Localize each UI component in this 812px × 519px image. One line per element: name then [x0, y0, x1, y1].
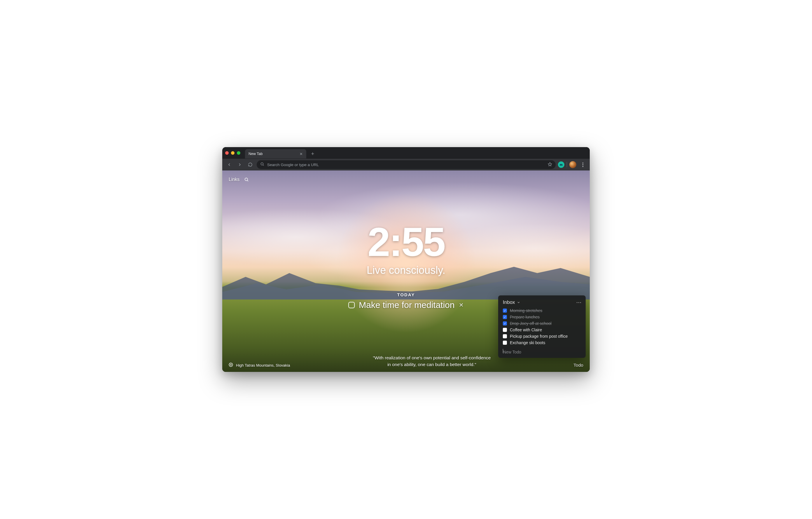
todo-item[interactable]: ✓Drop Joey off at school [503, 321, 581, 326]
todo-item-label: Morning stretches [510, 308, 542, 313]
reload-button[interactable] [246, 161, 254, 169]
address-bar[interactable] [257, 160, 556, 169]
todo-checkbox[interactable]: ✓ [503, 321, 507, 325]
todo-list-title: Inbox [503, 300, 515, 305]
profile-avatar[interactable] [569, 161, 576, 168]
todo-item-label: Coffee with Claire [510, 328, 542, 332]
svg-point-0 [261, 163, 263, 165]
forward-button[interactable] [236, 161, 244, 169]
new-todo-input[interactable] [503, 350, 581, 354]
todo-item[interactable]: Pickup package from post office [503, 334, 581, 338]
todo-list: ✓Morning stretches✓Prepare lunches✓Drop … [503, 308, 581, 345]
quote-line-1: "With realization of one's own potential… [373, 355, 491, 361]
top-nav: Links [229, 177, 249, 182]
focus-section: TODAY Make time for meditation ✕ [348, 292, 463, 310]
quote-line-2: in one's ability, one can build a better… [373, 361, 491, 368]
todo-item-label: Prepare lunches [510, 315, 540, 319]
search-icon [260, 162, 264, 167]
quote[interactable]: "With realization of one's own potential… [373, 355, 491, 368]
extension-avatar[interactable]: m [558, 161, 564, 168]
svg-point-2 [230, 364, 232, 365]
todo-item[interactable]: Coffee with Claire [503, 328, 581, 332]
fullscreen-window-button[interactable] [237, 151, 240, 155]
todo-list-selector[interactable]: Inbox [503, 300, 520, 305]
center-content: 2:55 Live consciously. [367, 222, 445, 276]
todo-item-label: Drop Joey off at school [510, 321, 552, 326]
photo-info[interactable]: High Tatras Mountains, Slovakia [229, 362, 290, 368]
todo-panel: Inbox ✓Morning stretches✓Prepare lunches… [498, 295, 586, 358]
links-button[interactable]: Links [229, 177, 239, 182]
close-window-button[interactable] [225, 151, 229, 155]
focus-label: TODAY [348, 292, 463, 297]
todo-checkbox[interactable] [503, 328, 507, 332]
todo-checkbox[interactable] [503, 334, 507, 338]
browser-menu-button[interactable] [579, 161, 587, 169]
todo-more-button[interactable] [577, 302, 581, 303]
todo-item-label: Pickup package from post office [510, 334, 568, 338]
gear-icon[interactable] [229, 362, 233, 368]
todo-item[interactable]: ✓Morning stretches [503, 308, 581, 313]
browser-toolbar: m [222, 159, 590, 170]
tab-title: New Tab [249, 152, 262, 156]
mantra: Live consciously. [367, 264, 445, 276]
new-tab-button[interactable]: + [309, 150, 317, 158]
todo-checkbox[interactable]: ✓ [503, 308, 507, 312]
bookmark-star-icon[interactable] [548, 162, 552, 168]
todo-toggle[interactable]: Todo [573, 362, 583, 368]
focus-checkbox[interactable] [348, 302, 355, 308]
back-button[interactable] [225, 161, 233, 169]
clock: 2:55 [367, 222, 445, 263]
todo-checkbox[interactable]: ✓ [503, 315, 507, 319]
close-tab-icon[interactable]: ✕ [299, 152, 303, 156]
todo-item[interactable]: ✓Prepare lunches [503, 315, 581, 319]
focus-text[interactable]: Make time for meditation [359, 300, 455, 310]
tab-bar: New Tab ✕ + [222, 147, 590, 159]
browser-tab[interactable]: New Tab ✕ [245, 149, 306, 159]
search-button[interactable] [244, 177, 249, 182]
minimize-window-button[interactable] [231, 151, 234, 155]
photo-location: High Tatras Mountains, Slovakia [236, 363, 290, 367]
new-tab-page: Links 2:55 Live consciously. TODAY Make … [222, 170, 590, 372]
todo-item-label: Exchange ski boots [510, 340, 545, 345]
focus-clear-icon[interactable]: ✕ [459, 302, 464, 308]
svg-point-1 [245, 178, 248, 181]
todo-item[interactable]: Exchange ski boots [503, 340, 581, 345]
todo-checkbox[interactable] [503, 340, 507, 345]
window-controls [225, 151, 240, 155]
address-input[interactable] [267, 163, 545, 167]
chevron-down-icon [517, 301, 520, 304]
browser-window: New Tab ✕ + m [222, 147, 590, 372]
